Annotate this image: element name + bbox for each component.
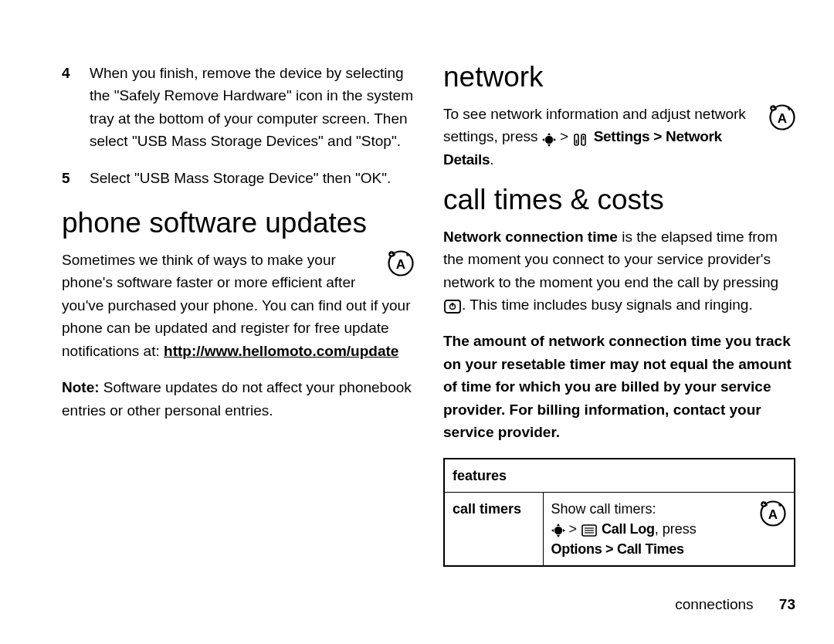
updates-url: http://www.hellomoto.com/update xyxy=(164,343,398,359)
step-number: 4 xyxy=(62,62,90,153)
heading-network: network xyxy=(443,62,795,93)
note-text: Software updates do not affect your phon… xyxy=(62,379,412,418)
options-path: Options > Call Times xyxy=(551,541,684,557)
calls-paragraph-2: The amount of network connection time yo… xyxy=(443,330,795,443)
end-key-icon xyxy=(443,298,462,314)
page-footer: connections 73 xyxy=(675,596,795,613)
call-log-icon xyxy=(581,523,598,537)
nav-key-icon xyxy=(542,130,556,144)
step-text: When you finish, remove the device by se… xyxy=(90,62,414,153)
antenna-icon xyxy=(760,500,786,527)
left-column: 4 When you finish, remove the device by … xyxy=(62,62,414,567)
footer-page-number: 73 xyxy=(779,596,795,612)
step-text: Select "USB Mass Storage Device" then "O… xyxy=(90,167,414,189)
updates-paragraph: Sometimes we think of ways to make your … xyxy=(62,249,414,362)
features-table: features call timers Show call timers: >… xyxy=(443,458,795,567)
updates-note: Note: Software updates do not affect you… xyxy=(62,376,414,422)
table-header: features xyxy=(444,459,795,493)
network-paragraph: To see network information and adjust ne… xyxy=(443,103,795,171)
footer-section: connections xyxy=(675,596,753,612)
step-5: 5 Select "USB Mass Storage Device" then … xyxy=(62,167,414,189)
step-4: 4 When you finish, remove the device by … xyxy=(62,62,414,153)
calls-bold-lead: Network connection time xyxy=(443,229,618,245)
gt1: > xyxy=(560,128,572,144)
table-row-label: call timers xyxy=(444,492,543,566)
antenna-icon xyxy=(769,104,795,130)
press-text: , press xyxy=(655,521,697,537)
settings-icon xyxy=(572,130,589,144)
right-column: network To see network information and a… xyxy=(443,62,795,567)
calls-tail: . This time includes busy signals and ri… xyxy=(462,297,753,313)
antenna-icon xyxy=(388,250,414,276)
calls-paragraph-1: Network connection time is the elapsed t… xyxy=(443,225,795,317)
gt: > xyxy=(569,521,581,537)
nav-key-icon xyxy=(551,523,565,537)
table-row-content: Show call timers: > Call Log, press Opti… xyxy=(543,492,795,566)
heading-phone-updates: phone software updates xyxy=(62,208,414,239)
period: . xyxy=(490,151,493,168)
show-timers: Show call timers: xyxy=(551,501,656,517)
step-number: 5 xyxy=(62,167,90,189)
call-log-label: Call Log xyxy=(602,521,655,537)
heading-call-times: call times & costs xyxy=(443,185,795,216)
note-label: Note: xyxy=(62,379,100,395)
